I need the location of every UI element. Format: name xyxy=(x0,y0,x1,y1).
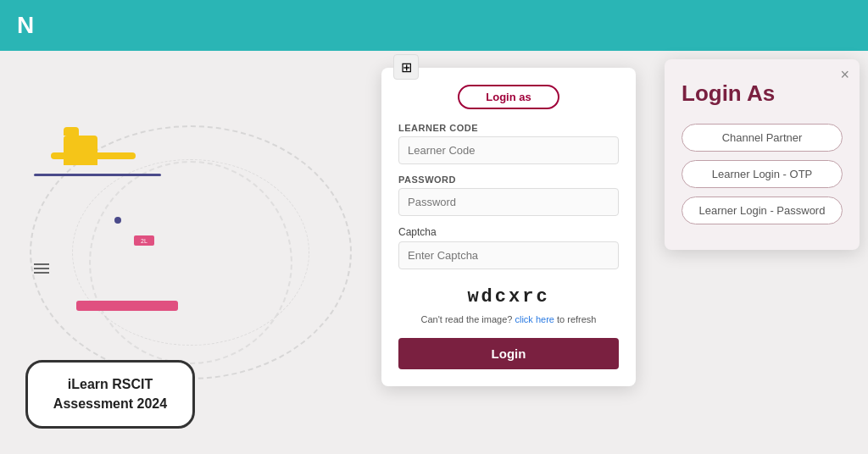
deco-line xyxy=(34,174,161,176)
ilearn-box: iLearn RSCIT Assessment 2024 xyxy=(25,360,195,429)
right-panel: ⊞ Login as LEARNER CODE PASSWORD Captcha… xyxy=(381,51,868,454)
learner-login-otp-option[interactable]: Learner Login - OTP xyxy=(682,160,843,188)
deco-menu-lines xyxy=(34,261,49,276)
main-content: 2L iLearn RSCIT Assessment 2024 ⊞ Login … xyxy=(0,51,868,454)
login-button[interactable]: Login xyxy=(398,338,619,369)
folder-icon: 2L xyxy=(64,136,97,165)
login-as-title: Login As xyxy=(682,80,843,107)
login-card-icon: ⊞ xyxy=(393,54,419,80)
captcha-refresh-text: to refresh xyxy=(557,314,596,324)
captcha-hint-text: Can't read the image? xyxy=(421,314,513,324)
left-panel: 2L iLearn RSCIT Assessment 2024 xyxy=(0,51,381,454)
learner-code-label: LEARNER CODE xyxy=(398,123,619,133)
globe-shape xyxy=(89,161,292,364)
door-icon: ⊞ xyxy=(401,59,412,75)
captcha-image-text: wdcxrc xyxy=(398,286,619,307)
captcha-refresh-link[interactable]: click here xyxy=(515,314,554,324)
deco-dot xyxy=(114,217,121,224)
captcha-input[interactable] xyxy=(398,241,619,269)
ilearn-box-text: iLearn RSCIT Assessment 2024 xyxy=(53,377,167,410)
password-label: PASSWORD xyxy=(398,174,619,185)
captcha-label: Captcha xyxy=(398,226,619,238)
captcha-refresh-hint: Can't read the image? click here to refr… xyxy=(398,314,619,324)
learner-login-password-option[interactable]: Learner Login - Password xyxy=(682,197,843,224)
header-logo: N xyxy=(17,12,35,39)
close-button[interactable]: × xyxy=(840,66,849,84)
folder-label: 2L xyxy=(134,235,154,246)
deco-pink-bar xyxy=(76,301,178,311)
header-bar: N xyxy=(0,0,868,51)
channel-partner-option[interactable]: Channel Partner xyxy=(682,124,843,152)
password-input[interactable] xyxy=(398,188,619,216)
login-as-button[interactable]: Login as xyxy=(458,85,559,109)
deco-yellow-bar xyxy=(51,152,136,159)
login-as-panel: × Login As Channel Partner Learner Login… xyxy=(665,59,860,250)
learner-code-input[interactable] xyxy=(398,136,619,164)
login-card: ⊞ Login as LEARNER CODE PASSWORD Captcha… xyxy=(381,68,636,386)
